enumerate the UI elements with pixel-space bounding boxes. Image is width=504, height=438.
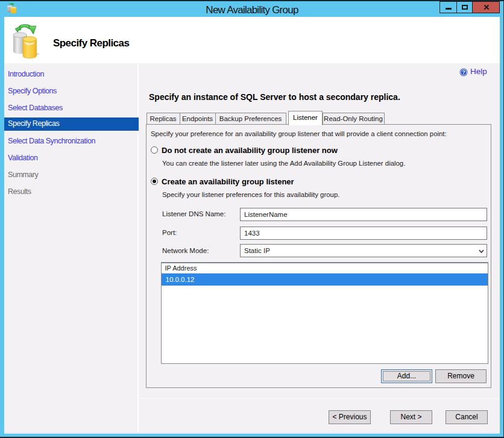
svg-text:?: ? [462, 69, 465, 75]
